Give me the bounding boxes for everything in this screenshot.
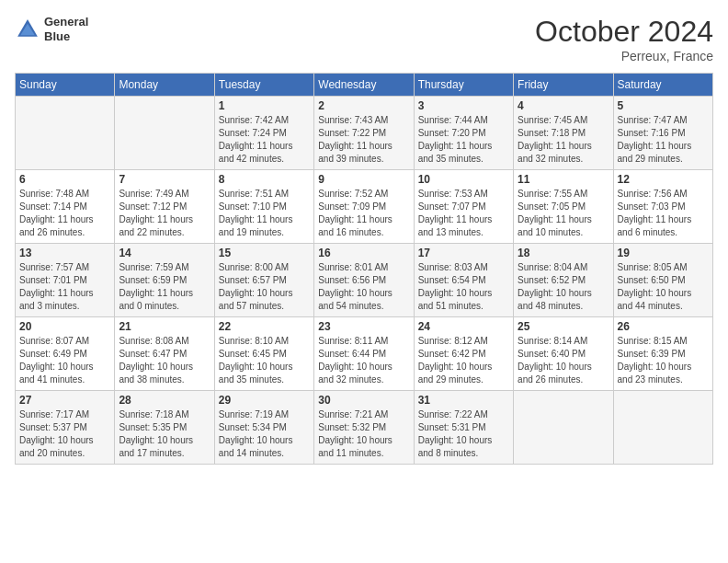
calendar-week-row: 13Sunrise: 7:57 AMSunset: 7:01 PMDayligh… bbox=[16, 244, 713, 317]
day-info: Sunrise: 8:01 AMSunset: 6:56 PMDaylight:… bbox=[318, 261, 409, 313]
day-number: 3 bbox=[418, 99, 509, 112]
logo-line2: Blue bbox=[44, 29, 88, 44]
calendar-cell: 1Sunrise: 7:42 AMSunset: 7:24 PMDaylight… bbox=[214, 97, 313, 170]
day-info: Sunrise: 8:05 AMSunset: 6:50 PMDaylight:… bbox=[618, 261, 709, 313]
day-number: 5 bbox=[618, 99, 709, 112]
day-number: 9 bbox=[318, 173, 409, 186]
day-header: Monday bbox=[115, 74, 214, 97]
day-number: 30 bbox=[318, 394, 409, 407]
day-info: Sunrise: 8:08 AMSunset: 6:47 PMDaylight:… bbox=[119, 335, 210, 386]
day-info: Sunrise: 7:48 AMSunset: 7:14 PMDaylight:… bbox=[19, 188, 110, 239]
day-info: Sunrise: 7:22 AMSunset: 5:31 PMDaylight:… bbox=[418, 408, 509, 460]
day-info: Sunrise: 8:14 AMSunset: 6:40 PMDaylight:… bbox=[518, 335, 609, 386]
day-info: Sunrise: 7:51 AMSunset: 7:10 PMDaylight:… bbox=[219, 188, 310, 239]
calendar-cell: 9Sunrise: 7:52 AMSunset: 7:09 PMDaylight… bbox=[314, 170, 414, 244]
calendar-cell: 7Sunrise: 7:49 AMSunset: 7:12 PMDaylight… bbox=[115, 170, 214, 244]
day-info: Sunrise: 8:11 AMSunset: 6:44 PMDaylight:… bbox=[318, 335, 409, 386]
title-block: October 2024 Perreux, France bbox=[535, 15, 713, 63]
calendar-cell: 21Sunrise: 8:08 AMSunset: 6:47 PMDayligh… bbox=[115, 317, 214, 391]
calendar-cell: 15Sunrise: 8:00 AMSunset: 6:57 PMDayligh… bbox=[214, 244, 313, 317]
calendar-cell: 14Sunrise: 7:59 AMSunset: 6:59 PMDayligh… bbox=[115, 244, 214, 317]
day-header: Sunday bbox=[16, 74, 115, 97]
calendar-cell: 25Sunrise: 8:14 AMSunset: 6:40 PMDayligh… bbox=[514, 317, 613, 391]
calendar-cell: 6Sunrise: 7:48 AMSunset: 7:14 PMDaylight… bbox=[16, 170, 115, 244]
day-number: 17 bbox=[418, 247, 509, 259]
day-info: Sunrise: 7:52 AMSunset: 7:09 PMDaylight:… bbox=[318, 188, 409, 239]
day-info: Sunrise: 8:07 AMSunset: 6:49 PMDaylight:… bbox=[19, 335, 110, 386]
day-number: 22 bbox=[219, 320, 310, 333]
calendar-cell: 31Sunrise: 7:22 AMSunset: 5:31 PMDayligh… bbox=[414, 391, 513, 465]
day-number: 18 bbox=[518, 247, 609, 259]
calendar-cell bbox=[16, 97, 115, 170]
calendar-cell: 13Sunrise: 7:57 AMSunset: 7:01 PMDayligh… bbox=[16, 244, 115, 317]
calendar-table: SundayMondayTuesdayWednesdayThursdayFrid… bbox=[15, 73, 713, 465]
month-title: October 2024 bbox=[535, 15, 713, 49]
day-info: Sunrise: 8:04 AMSunset: 6:52 PMDaylight:… bbox=[518, 261, 609, 313]
day-info: Sunrise: 8:00 AMSunset: 6:57 PMDaylight:… bbox=[219, 261, 310, 313]
logo-icon bbox=[15, 17, 40, 42]
calendar-week-row: 1Sunrise: 7:42 AMSunset: 7:24 PMDaylight… bbox=[16, 97, 713, 170]
day-number: 12 bbox=[618, 173, 709, 186]
day-number: 14 bbox=[119, 247, 210, 259]
day-header: Saturday bbox=[613, 74, 712, 97]
day-number: 24 bbox=[418, 320, 509, 333]
day-number: 4 bbox=[518, 99, 609, 112]
day-number: 6 bbox=[19, 173, 110, 186]
calendar-cell: 2Sunrise: 7:43 AMSunset: 7:22 PMDaylight… bbox=[314, 97, 414, 170]
calendar-cell: 27Sunrise: 7:17 AMSunset: 5:37 PMDayligh… bbox=[16, 391, 115, 465]
day-number: 25 bbox=[518, 320, 609, 333]
day-number: 23 bbox=[318, 320, 409, 333]
day-header: Tuesday bbox=[214, 74, 313, 97]
day-info: Sunrise: 7:18 AMSunset: 5:35 PMDaylight:… bbox=[119, 408, 210, 460]
day-info: Sunrise: 7:56 AMSunset: 7:03 PMDaylight:… bbox=[618, 188, 709, 239]
calendar-cell: 30Sunrise: 7:21 AMSunset: 5:32 PMDayligh… bbox=[314, 391, 414, 465]
calendar-cell: 26Sunrise: 8:15 AMSunset: 6:39 PMDayligh… bbox=[613, 317, 712, 391]
calendar-cell: 19Sunrise: 8:05 AMSunset: 6:50 PMDayligh… bbox=[613, 244, 712, 317]
day-number: 16 bbox=[318, 247, 409, 259]
day-info: Sunrise: 8:10 AMSunset: 6:45 PMDaylight:… bbox=[219, 335, 310, 386]
day-info: Sunrise: 7:21 AMSunset: 5:32 PMDaylight:… bbox=[318, 408, 409, 460]
day-info: Sunrise: 7:45 AMSunset: 7:18 PMDaylight:… bbox=[518, 114, 609, 166]
calendar-cell: 3Sunrise: 7:44 AMSunset: 7:20 PMDaylight… bbox=[414, 97, 513, 170]
calendar-cell: 20Sunrise: 8:07 AMSunset: 6:49 PMDayligh… bbox=[16, 317, 115, 391]
calendar-cell: 8Sunrise: 7:51 AMSunset: 7:10 PMDaylight… bbox=[214, 170, 313, 244]
page-header: General Blue October 2024 Perreux, Franc… bbox=[15, 15, 713, 63]
day-info: Sunrise: 7:43 AMSunset: 7:22 PMDaylight:… bbox=[318, 114, 409, 166]
calendar-week-row: 27Sunrise: 7:17 AMSunset: 5:37 PMDayligh… bbox=[16, 391, 713, 465]
calendar-cell: 10Sunrise: 7:53 AMSunset: 7:07 PMDayligh… bbox=[414, 170, 513, 244]
day-info: Sunrise: 7:59 AMSunset: 6:59 PMDaylight:… bbox=[119, 261, 210, 313]
day-number: 28 bbox=[119, 394, 210, 407]
calendar-cell: 5Sunrise: 7:47 AMSunset: 7:16 PMDaylight… bbox=[613, 97, 712, 170]
day-number: 15 bbox=[219, 247, 310, 259]
day-number: 2 bbox=[318, 99, 409, 112]
day-number: 31 bbox=[418, 394, 509, 407]
calendar-cell: 12Sunrise: 7:56 AMSunset: 7:03 PMDayligh… bbox=[613, 170, 712, 244]
calendar-header-row: SundayMondayTuesdayWednesdayThursdayFrid… bbox=[16, 74, 713, 97]
day-info: Sunrise: 7:57 AMSunset: 7:01 PMDaylight:… bbox=[19, 261, 110, 313]
day-info: Sunrise: 7:17 AMSunset: 5:37 PMDaylight:… bbox=[19, 408, 110, 460]
day-number: 29 bbox=[219, 394, 310, 407]
calendar-cell: 16Sunrise: 8:01 AMSunset: 6:56 PMDayligh… bbox=[314, 244, 414, 317]
logo: General Blue bbox=[15, 15, 88, 43]
day-info: Sunrise: 7:53 AMSunset: 7:07 PMDaylight:… bbox=[418, 188, 509, 239]
calendar-cell: 24Sunrise: 8:12 AMSunset: 6:42 PMDayligh… bbox=[414, 317, 513, 391]
calendar-week-row: 6Sunrise: 7:48 AMSunset: 7:14 PMDaylight… bbox=[16, 170, 713, 244]
calendar-cell: 17Sunrise: 8:03 AMSunset: 6:54 PMDayligh… bbox=[414, 244, 513, 317]
day-number: 21 bbox=[119, 320, 210, 333]
calendar-cell: 18Sunrise: 8:04 AMSunset: 6:52 PMDayligh… bbox=[514, 244, 613, 317]
day-info: Sunrise: 8:12 AMSunset: 6:42 PMDaylight:… bbox=[418, 335, 509, 386]
logo-text: General Blue bbox=[44, 15, 88, 43]
calendar-cell: 28Sunrise: 7:18 AMSunset: 5:35 PMDayligh… bbox=[115, 391, 214, 465]
day-header: Friday bbox=[514, 74, 613, 97]
day-number: 27 bbox=[19, 394, 110, 407]
day-info: Sunrise: 7:55 AMSunset: 7:05 PMDaylight:… bbox=[518, 188, 609, 239]
calendar-cell: 23Sunrise: 8:11 AMSunset: 6:44 PMDayligh… bbox=[314, 317, 414, 391]
day-number: 7 bbox=[119, 173, 210, 186]
day-number: 13 bbox=[19, 247, 110, 259]
day-number: 26 bbox=[618, 320, 709, 333]
day-info: Sunrise: 7:19 AMSunset: 5:34 PMDaylight:… bbox=[219, 408, 310, 460]
day-number: 10 bbox=[418, 173, 509, 186]
location: Perreux, France bbox=[535, 49, 713, 63]
day-number: 8 bbox=[219, 173, 310, 186]
day-number: 1 bbox=[219, 99, 310, 112]
